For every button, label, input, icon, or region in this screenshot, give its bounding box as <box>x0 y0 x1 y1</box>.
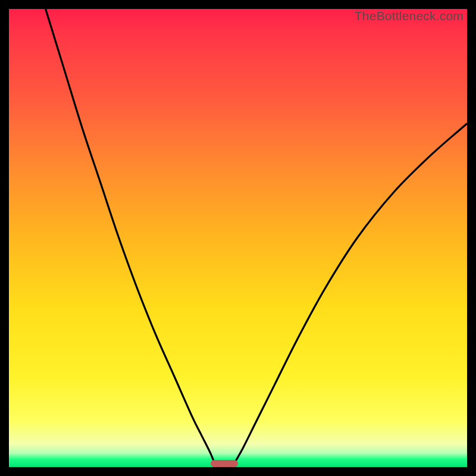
bottleneck-curve <box>9 9 467 467</box>
optimal-marker <box>211 460 238 467</box>
curve-right-branch <box>233 124 467 465</box>
chart-plot-area: TheBottleneck.com <box>9 9 467 467</box>
curve-left-branch <box>46 9 215 465</box>
chart-frame: TheBottleneck.com <box>9 9 467 467</box>
